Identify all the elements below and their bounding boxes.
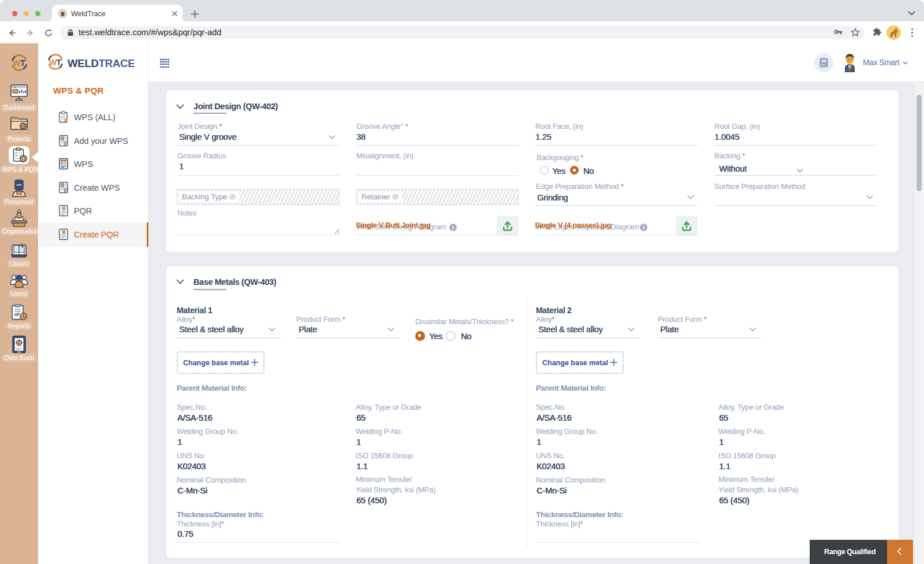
svg-text:W: W	[13, 58, 21, 68]
svg-text:T: T	[20, 58, 25, 68]
svg-text:T: T	[57, 58, 62, 67]
